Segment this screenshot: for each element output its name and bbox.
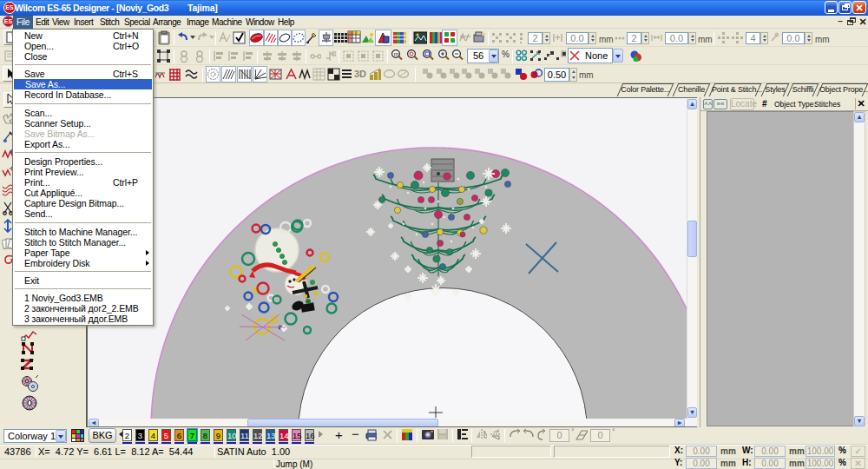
svg-text:m: m [394, 51, 398, 57]
